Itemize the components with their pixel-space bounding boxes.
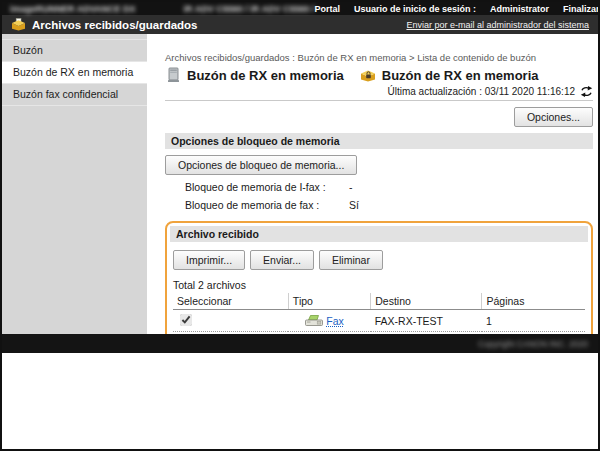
box-title-device: Buzón de RX en memoria (187, 68, 344, 83)
fax-icon (304, 313, 324, 328)
content-area: Buzón Buzón de RX en memoria Buzón fax c… (2, 34, 598, 334)
delete-button[interactable]: Eliminar (319, 250, 383, 270)
device-icon (165, 67, 181, 83)
divider (165, 100, 593, 101)
below-page-area (2, 353, 598, 449)
ifax-lock-label: Bloqueo de memoria de I-fax : (185, 181, 337, 193)
device-name: imageRUNNER ADVANCE DX (10, 4, 136, 14)
col-header-select: Seleccionar (173, 293, 288, 310)
logout-link[interactable]: Finalizar sesión (563, 4, 600, 14)
last-update-text: Última actualización : 03/11 2020 11:16:… (387, 86, 575, 97)
sidebar-item-buzon[interactable]: Buzón (2, 39, 147, 62)
fax-lock-value: Sí (349, 199, 359, 211)
table-row: Fax FAX-RX-TEST 1 (173, 310, 585, 332)
memory-box-icon (360, 68, 376, 82)
col-header-type: Tipo (288, 293, 370, 310)
box-title-name: Buzón de RX en memoria (382, 68, 539, 83)
fax-lock-row: Bloqueo de memoria de fax : Sí (165, 199, 593, 211)
portal-link[interactable]: Portal (314, 4, 340, 14)
mail-admin-link[interactable]: Enviar por e-mail al administrador del s… (406, 20, 589, 30)
inbox-icon (11, 18, 26, 31)
breadcrumb: Archivos recibidos/guardados : Buzón de … (165, 52, 593, 63)
send-button[interactable]: Enviar... (250, 250, 314, 270)
ifax-lock-row: Bloqueo de memoria de I-fax : - (165, 181, 593, 193)
memory-lock-options-button[interactable]: Opciones de bloqueo de memoria... (165, 155, 357, 175)
received-files-table: Seleccionar Tipo Destino Páginas (173, 293, 585, 334)
received-file-header: Archivo recibido (170, 226, 588, 242)
total-files-text: Total 2 archivos (173, 279, 588, 291)
top-bar: imageRUNNER ADVANCE DX iR ADV C5560 / iR… (2, 2, 598, 15)
login-user-name[interactable]: Administrator (490, 4, 549, 14)
footer-bar: Copyright CANON INC. 2020 (2, 334, 598, 353)
device-models: iR ADV C5560 / iR ADV C5560 / (184, 4, 315, 14)
print-button[interactable]: Imprimir... (173, 250, 245, 270)
box-title-row: Buzón de RX en memoria Buzón de RX en me… (165, 67, 593, 83)
title-bar: Archivos recibidos/guardados Enviar por … (2, 15, 598, 34)
col-header-destination: Destino (371, 293, 482, 310)
refresh-icon[interactable] (580, 86, 593, 97)
last-update-row: Última actualización : 03/11 2020 11:16:… (165, 86, 593, 97)
fax-lock-label: Bloqueo de memoria de fax : (185, 199, 337, 211)
sidebar-item-buzon-rx-memoria[interactable]: Buzón de RX en memoria (2, 62, 147, 84)
copyright-text: Copyright CANON INC. 2020 (478, 339, 588, 349)
remote-ui-window: imageRUNNER ADVANCE DX iR ADV C5560 / iR… (0, 0, 600, 451)
col-header-pages: Páginas (482, 293, 585, 310)
memory-lock-header: Opciones de bloqueo de memoria (165, 133, 593, 149)
received-file-section: Archivo recibido Imprimir... Enviar... E… (165, 221, 593, 334)
destination-cell: FAX-RX-TEST (371, 310, 482, 332)
pages-cell: 1 (482, 310, 585, 332)
sidebar-item-buzon-fax-confidencial[interactable]: Buzón fax confidencial (2, 84, 147, 106)
ifax-lock-value: - (349, 181, 353, 193)
fax-type-link[interactable]: Fax (326, 315, 344, 327)
row-checkbox[interactable] (180, 314, 192, 326)
page-title: Archivos recibidos/guardados (32, 19, 198, 31)
main-panel: Archivos recibidos/guardados : Buzón de … (147, 34, 598, 334)
sidebar: Buzón Buzón de RX en memoria Buzón fax c… (2, 34, 147, 334)
login-user-label: Usuario de inicio de sesión : (354, 4, 476, 14)
options-button[interactable]: Opciones... (514, 107, 593, 127)
